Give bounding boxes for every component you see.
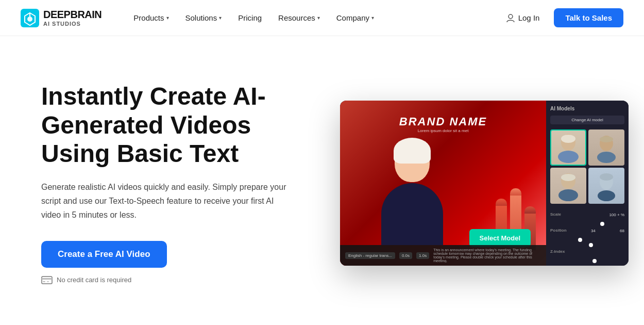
language-tag: English - regular trans...: [345, 252, 395, 259]
product-demo-screenshot: BRAND NAME Lorem ipsum dolor sit a met: [340, 101, 629, 266]
zindex-row: Z-Index: [550, 249, 624, 255]
video-preview-area: BRAND NAME Lorem ipsum dolor sit a met: [340, 101, 546, 266]
model-face-4: [588, 168, 624, 204]
brand-overlay: BRAND NAME Lorem ipsum dolor sit a met: [399, 115, 487, 133]
model-grid: [550, 129, 624, 204]
lipstick-tip-1: [496, 199, 507, 206]
time-tag-start: 0.0s: [399, 252, 412, 259]
scale-label: Scale: [550, 212, 561, 217]
position-slider-thumb: [578, 238, 582, 242]
pos-y-value: 68: [620, 229, 624, 233]
svg-rect-3: [42, 277, 52, 284]
svg-rect-9: [558, 151, 579, 163]
svg-rect-15: [558, 189, 578, 201]
model-face-2: [588, 129, 624, 166]
pos-x-value: 34: [591, 229, 596, 233]
brand-sub-text: Lorem ipsum dolor sit a met: [399, 128, 487, 133]
scale-slider-thumb: [600, 222, 604, 226]
svg-rect-14: [561, 174, 575, 181]
ai-models-panel: AI Models Change AI model: [546, 101, 629, 266]
lipstick-tip-3: [524, 206, 536, 214]
no-credit-notice: No credit card is required: [41, 276, 309, 284]
zindex-label: Z-Index: [550, 249, 565, 254]
brand-name-text: BRAND NAME: [399, 115, 487, 128]
avatar-face-svg-4: [594, 170, 619, 201]
change-model-button[interactable]: Change AI model: [550, 116, 624, 124]
hero-title: Instantly Create AI-Generated Videos Usi…: [41, 82, 309, 168]
position-label: Position: [550, 228, 567, 233]
svg-rect-11: [600, 136, 613, 142]
avatar-face-svg-3: [555, 170, 581, 201]
scale-value: 100 + %: [609, 213, 624, 217]
chevron-down-icon: ▾: [219, 15, 222, 21]
select-model-button[interactable]: Select Model: [469, 229, 531, 247]
user-icon: [506, 13, 515, 23]
deepbrain-logo-icon: [21, 9, 39, 27]
script-text: This is an announcement where today's me…: [433, 248, 541, 263]
hero-description: Generate realistic AI videos quickly and…: [41, 180, 289, 222]
model-thumb-1[interactable]: [550, 129, 586, 166]
nav-item-resources[interactable]: Resources ▾: [271, 9, 327, 26]
nav-right: Log In Talk to Sales: [498, 8, 623, 27]
svg-rect-5: [43, 281, 45, 282]
hero-product-screenshot: BRAND NAME Lorem ipsum dolor sit a met: [340, 101, 629, 266]
model-face-3: [550, 168, 586, 204]
svg-rect-8: [561, 135, 575, 143]
chevron-down-icon: ▾: [166, 15, 169, 21]
talk-to-sales-button[interactable]: Talk to Sales: [554, 8, 623, 27]
model-face-1: [551, 131, 585, 165]
avatar-face-svg-1: [555, 132, 581, 163]
nav-item-company[interactable]: Company ▾: [329, 9, 381, 26]
avatar-face-svg-2: [594, 132, 619, 163]
svg-rect-4: [42, 278, 52, 280]
navbar: DEEPBRAIN AI STUDIOS Products ▾ Solution…: [0, 0, 644, 36]
model-thumb-4[interactable]: [588, 168, 624, 204]
nav-item-pricing[interactable]: Pricing: [231, 9, 269, 26]
position-slider-y-thumb: [589, 243, 593, 247]
hero-section: Instantly Create AI-Generated Videos Usi…: [0, 36, 644, 325]
svg-point-1: [27, 17, 32, 22]
time-tag-end: 1.0s: [416, 252, 429, 259]
create-free-video-button[interactable]: Create a Free AI Video: [41, 241, 167, 268]
svg-rect-18: [598, 190, 615, 201]
svg-point-2: [509, 14, 513, 19]
hero-content: Instantly Create AI-Generated Videos Usi…: [41, 82, 309, 284]
nav-links: Products ▾ Solutions ▾ Pricing Resources…: [126, 9, 497, 26]
chevron-down-icon: ▾: [371, 15, 374, 21]
model-thumb-3[interactable]: [550, 168, 586, 204]
svg-rect-12: [597, 152, 616, 163]
nav-item-products[interactable]: Products ▾: [126, 9, 176, 26]
ai-avatar: [371, 142, 453, 245]
logo-main-text: DEEPBRAIN: [43, 9, 101, 21]
credit-card-icon: [41, 276, 53, 284]
model-thumb-2[interactable]: [588, 129, 624, 166]
logo[interactable]: DEEPBRAIN AI STUDIOS: [21, 9, 101, 27]
zindex-slider-thumb: [592, 259, 597, 263]
nav-item-solutions[interactable]: Solutions ▾: [178, 9, 229, 26]
position-row: Position 34 68: [550, 228, 624, 234]
lipstick-tip-2: [510, 188, 521, 196]
login-button[interactable]: Log In: [498, 9, 548, 27]
panel-title: AI Models: [550, 105, 624, 112]
avatar-hair: [394, 138, 431, 164]
chevron-down-icon: ▾: [317, 15, 320, 21]
script-bar: English - regular trans... 0.0s 1.0s Thi…: [340, 245, 546, 266]
scale-row: Scale 100 + %: [550, 212, 624, 218]
avatar-body: [381, 183, 443, 245]
svg-rect-17: [600, 173, 613, 181]
logo-sub-text: AI STUDIOS: [43, 21, 101, 27]
